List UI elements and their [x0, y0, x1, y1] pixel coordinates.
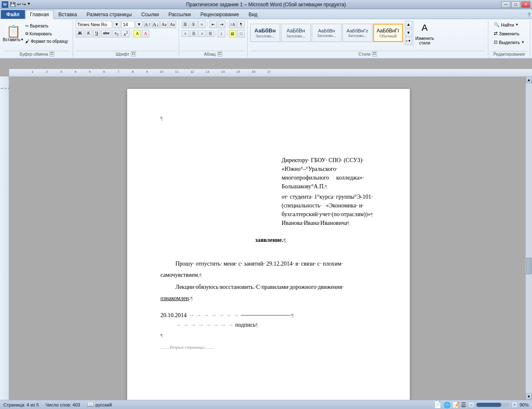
style-heading2-label: Заголово... — [286, 34, 305, 38]
clear-format-button[interactable]: Aa — [160, 21, 168, 28]
font-name-dropdown-icon[interactable]: ▼ — [113, 21, 121, 28]
shading-button[interactable]: ▤ — [229, 30, 236, 37]
save-icon[interactable]: 💾 — [10, 2, 16, 7]
style-heading3-box[interactable]: АаБбВн Заголово... — [312, 24, 342, 42]
paste-button[interactable]: 📋 Вставить▼ — [4, 21, 22, 47]
zoom-slider[interactable] — [476, 403, 510, 407]
line-spacing-button[interactable]: ↕ — [218, 30, 225, 37]
cut-button[interactable]: ✂ Вырезать — [23, 22, 70, 30]
sig-arrow6: → — [213, 320, 219, 329]
tab-references[interactable]: Ссылки — [137, 10, 163, 19]
ruler-marks — [9, 69, 532, 76]
customize-quick-access-icon[interactable]: ▼ — [27, 2, 31, 7]
bullets-button[interactable]: ☰ — [182, 21, 189, 28]
address-line-4: Большакову°А.П.¶ — [282, 182, 381, 191]
style-normal-box[interactable]: АаБбВнГг Обычный — [373, 24, 403, 42]
document-page[interactable]: ¶ Директору· ГБОУ· СПО· (ССУЗ)· «Южно°–°… — [127, 89, 410, 400]
styles-expand-icon[interactable]: ⧠ — [372, 52, 377, 57]
zoom-out-button[interactable]: – — [468, 402, 475, 408]
font-expand-icon[interactable]: ⧠ — [131, 52, 136, 57]
align-left-button[interactable]: ≡ — [182, 30, 189, 37]
format-painter-icon: 🖌 — [25, 39, 30, 44]
superscript-button[interactable]: x2 — [121, 30, 130, 37]
tab-home[interactable]: Главная — [25, 10, 54, 19]
paragraph-row2: ≡ ☰ ≡ ☰ ↕ ▤ □ — [182, 30, 245, 37]
decrease-font-button[interactable]: A↓ — [152, 21, 160, 28]
address-block[interactable]: Директору· ГБОУ· СПО· (ССУЗ)· «Южно°–°Ур… — [282, 156, 381, 227]
justify-button[interactable]: ☰ — [207, 30, 214, 37]
change-styles-icon: A — [421, 22, 428, 33]
increase-indent-button[interactable]: ⇥ — [218, 21, 225, 28]
tab-review[interactable]: Рецензирование — [196, 10, 244, 19]
sort-button[interactable]: ↕A — [229, 21, 236, 28]
view-draft-icon[interactable]: ☰ — [461, 402, 466, 408]
view-web-icon[interactable]: 🌐 — [443, 402, 451, 408]
tab-layout[interactable]: Разметка страницы — [82, 10, 136, 19]
font-size-dropdown-icon[interactable]: ▼ — [135, 21, 143, 28]
font-color-button[interactable]: A — [142, 30, 149, 37]
undo-icon[interactable]: ↩ — [17, 2, 21, 7]
tab-view[interactable]: Вид — [244, 10, 262, 19]
vertical-scrollbar[interactable]: ▲ ▼ — [525, 76, 532, 400]
style-heading2-box[interactable]: АаБбВн Заголово... — [281, 24, 311, 42]
change-case-button[interactable]: Aa — [169, 21, 176, 28]
view-outline-icon[interactable]: 📝 — [452, 402, 459, 408]
help-button[interactable]: ? — [527, 11, 531, 19]
underline-button[interactable]: Ч — [93, 30, 100, 37]
increase-font-button[interactable]: A↑ — [144, 21, 151, 28]
editing-group: 🔍 Найти ▼ ⇄ Заменить ⊡ Выделить ▼ Редакт… — [488, 20, 530, 57]
decrease-indent-button[interactable]: ⇤ — [209, 21, 217, 28]
zoom-in-button[interactable]: + — [511, 402, 518, 408]
document-scroll-area[interactable]: ¶ Директору· ГБОУ· СПО· (ССУЗ)· «Южно°–°… — [9, 76, 532, 400]
font-name-input[interactable] — [76, 21, 112, 28]
tab-insert[interactable]: Вставка — [54, 10, 82, 19]
align-center-button[interactable]: ☰ — [190, 30, 197, 37]
styles-down-button[interactable]: ▼ — [405, 29, 412, 37]
ribbon: 📋 Вставить▼ ✂ Вырезать ⧉ Копировать — [0, 19, 532, 59]
font-size-input[interactable] — [121, 21, 135, 28]
separator2 — [207, 22, 208, 27]
change-styles-button[interactable]: A Изменитьстили — [416, 21, 433, 47]
style-normal-preview: АаБбВнГг — [377, 28, 399, 34]
strikethrough-button[interactable]: abe — [101, 30, 111, 37]
close-button[interactable]: ✕ — [521, 1, 530, 8]
subscript-button[interactable]: x2 — [112, 30, 121, 37]
borders-button[interactable]: □ — [237, 30, 245, 37]
style-heading1-label: Заголово... — [256, 34, 274, 38]
paragraph-expand-icon[interactable]: ⧠ — [217, 52, 222, 57]
style-heading4-box[interactable]: АаБбВнГг Заголово... — [342, 24, 372, 42]
scroll-up-button[interactable]: ▲ — [526, 76, 532, 83]
clipboard-expand-icon[interactable]: ⧠ — [49, 52, 54, 57]
numbering-button[interactable]: ① — [190, 21, 197, 28]
view-print-icon[interactable]: 📄 — [433, 401, 442, 409]
restore-button[interactable]: □ — [511, 1, 520, 8]
body-paragraph-2[interactable]: Лекции·обязуюсь·восстановить.·С·правилам… — [160, 283, 381, 291]
body-paragraph-1[interactable]: Прошу· отпустить· меня· с· занятий· 29.1… — [160, 259, 381, 268]
align-right-button[interactable]: ≡ — [198, 30, 206, 37]
redo-icon[interactable]: ↪ — [22, 2, 26, 7]
language-indicator[interactable]: 📖 русский — [87, 401, 112, 408]
minimize-button[interactable]: ─ — [501, 1, 510, 8]
copy-button[interactable]: ⧉ Копировать — [23, 30, 70, 37]
scrollbar-thumb[interactable] — [526, 258, 532, 274]
style-heading1-box[interactable]: АаБбВн Заголово... — [250, 24, 280, 42]
scrollbar-track[interactable] — [526, 83, 532, 393]
multilevel-button[interactable]: ≡ — [198, 21, 206, 28]
italic-button[interactable]: К — [85, 30, 92, 37]
tab-mail[interactable]: Рассылки — [164, 10, 195, 19]
tab-file[interactable]: Файл — [1, 10, 25, 19]
highlight-button[interactable]: A — [133, 30, 141, 37]
find-button[interactable]: 🔍 Найти ▼ — [491, 21, 521, 29]
bold-button[interactable]: Ж — [76, 30, 84, 37]
styles-up-button[interactable]: ▲ — [405, 21, 412, 28]
show-marks-button[interactable]: ¶ — [237, 21, 245, 28]
zoom-level[interactable]: 90% — [520, 402, 529, 407]
sig-para-mark: ¶ — [256, 321, 258, 329]
styles-all-button[interactable]: ≡▼ — [405, 37, 412, 45]
body-paragraph-2-cont[interactable]: ознакомлен.¶ — [160, 294, 381, 303]
format-painter-button[interactable]: 🖌 Формат по образцу — [23, 38, 70, 45]
scroll-down-button[interactable]: ▼ — [526, 393, 532, 400]
body-paragraph-1-cont[interactable]: самочувствием.¶ — [160, 271, 381, 279]
select-button[interactable]: ⊡ Выделить ▼ — [491, 38, 527, 46]
replace-button[interactable]: ⇄ Заменить — [491, 30, 522, 37]
